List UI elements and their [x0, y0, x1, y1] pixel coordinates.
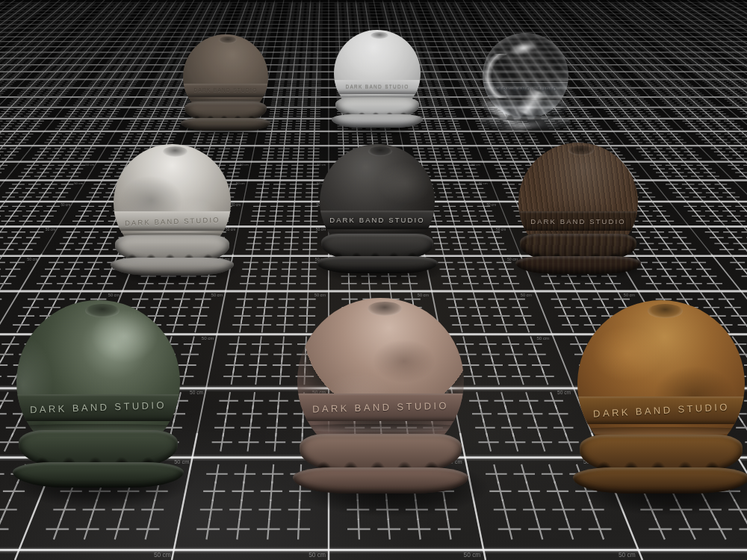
svg-text:50 cm: 50 cm: [463, 551, 480, 559]
svg-text:50 cm: 50 cm: [521, 293, 533, 297]
svg-text:50 cm: 50 cm: [211, 293, 223, 297]
ball-dimple: [648, 304, 683, 318]
svg-text:50 cm: 50 cm: [27, 257, 37, 261]
band-text: DARK BAND STUDIO: [193, 87, 257, 93]
svg-text:50 cm: 50 cm: [624, 293, 636, 297]
ball-band: DARK BAND STUDIO: [297, 393, 464, 421]
ball-dimple: [568, 146, 594, 156]
svg-text:50 cm: 50 cm: [309, 551, 326, 559]
band-text: DARK BAND STUDIO: [312, 400, 449, 415]
ball-plinth: [317, 256, 438, 273]
ball-plinth: [480, 116, 571, 130]
band-text: DARK BAND STUDIO: [30, 399, 167, 415]
svg-text:50 cm: 50 cm: [86, 163, 95, 167]
ball-band: DARK BAND STUDIO: [334, 80, 421, 94]
svg-text:50 cm: 50 cm: [74, 181, 83, 185]
ball-dimple: [371, 32, 388, 40]
svg-text:50 cm: 50 cm: [486, 203, 496, 207]
material-test-scene: 50 cm50 cm50 cm50 cm50 cm50 cm50 cm50 cm…: [0, 0, 747, 560]
shader-ball-white-plastic: DARK BAND STUDIO: [334, 30, 421, 128]
band-text: DARK BAND STUDIO: [125, 215, 220, 226]
ball-plinth: [181, 118, 270, 131]
svg-text:50 cm: 50 cm: [202, 335, 214, 340]
svg-text:50 cm: 50 cm: [496, 228, 506, 231]
ball-plinth: [515, 256, 641, 274]
band-text: DARK BAND STUDIO: [592, 401, 730, 420]
ball-dimple: [368, 146, 392, 156]
svg-text:50 cm: 50 cm: [61, 203, 70, 207]
ball-band: DARK BAND STUDIO: [16, 394, 180, 421]
svg-text:50 cm: 50 cm: [108, 293, 120, 297]
svg-text:50 cm: 50 cm: [46, 228, 55, 231]
ball-band: DARK BAND STUDIO: [320, 211, 435, 229]
svg-text:50 cm: 50 cm: [154, 551, 171, 559]
ball-plinth: [573, 467, 747, 494]
ball-dimple: [219, 37, 237, 44]
ball-band: DARK BAND STUDIO: [483, 82, 568, 96]
shader-ball-clay: DARK BAND STUDIO: [183, 34, 268, 131]
svg-text:50 cm: 50 cm: [231, 203, 241, 207]
band-text: DARK BAND STUDIO: [530, 217, 626, 225]
svg-text:50 cm: 50 cm: [190, 390, 203, 395]
band-text: DARK BAND STUDIO: [329, 216, 425, 224]
svg-text:50 cm: 50 cm: [471, 163, 480, 167]
shader-ball-dark-steel: DARK BAND STUDIO: [320, 144, 435, 273]
ball-dimple: [518, 35, 536, 43]
shader-ball-glass: DARK BAND STUDIO: [483, 33, 568, 130]
ball-plinth: [293, 467, 468, 494]
ball-band: DARK BAND STUDIO: [577, 396, 745, 424]
band-text: DARK BAND STUDIO: [494, 87, 557, 92]
svg-text:50 cm: 50 cm: [536, 335, 549, 340]
svg-text:50 cm: 50 cm: [236, 181, 245, 185]
ball-plinth: [13, 462, 185, 488]
ball-dimple: [163, 146, 187, 156]
ball-plinth: [332, 114, 423, 128]
band-text: DARK BAND STUDIO: [345, 84, 409, 90]
ball-band: DARK BAND STUDIO: [114, 211, 231, 231]
shader-ball-silver: DARK BAND STUDIO: [114, 144, 231, 276]
svg-text:50 cm: 50 cm: [619, 551, 636, 559]
svg-text:50 cm: 50 cm: [240, 163, 249, 167]
ball-band: DARK BAND STUDIO: [518, 211, 638, 231]
svg-text:50 cm: 50 cm: [479, 181, 488, 185]
shader-ball-rust: DARK BAND STUDIO: [577, 300, 745, 494]
ball-band: DARK BAND STUDIO: [183, 84, 268, 98]
shader-ball-copper: DARK BAND STUDIO: [297, 298, 464, 494]
ball-dimple: [368, 302, 403, 316]
svg-text:50 cm: 50 cm: [557, 390, 571, 395]
shader-ball-green: DARK BAND STUDIO: [16, 300, 180, 488]
svg-text:50 cm: 50 cm: [418, 293, 430, 297]
ball-plinth: [111, 258, 234, 276]
shader-ball-wood: DARK BAND STUDIO: [518, 143, 638, 274]
svg-text:50 cm: 50 cm: [314, 293, 326, 297]
ball-dimple: [85, 304, 120, 318]
